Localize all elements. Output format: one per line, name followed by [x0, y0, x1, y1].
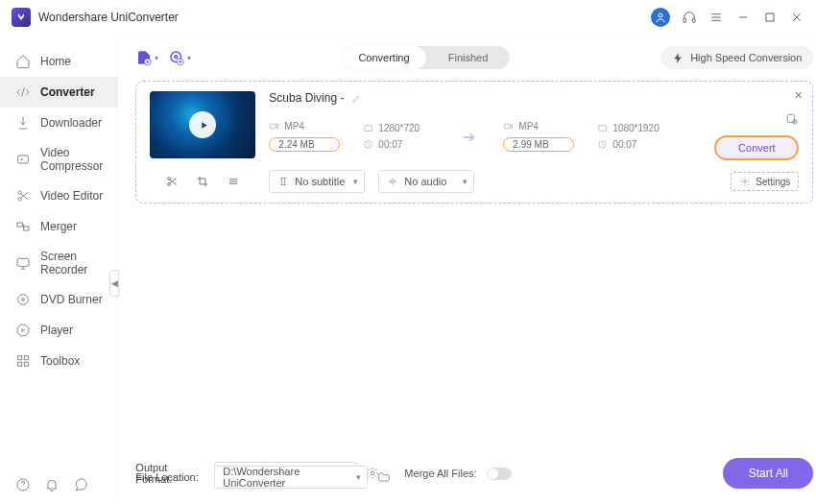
sidebar-item-label: Video Editor: [40, 189, 103, 203]
sidebar: Home Converter Downloader Video Compress…: [0, 35, 118, 504]
sidebar-collapse[interactable]: ◀: [109, 270, 119, 297]
chevron-down-icon: ▾: [187, 54, 191, 62]
folder-icon[interactable]: [377, 470, 391, 484]
user-icon: [653, 10, 668, 25]
close-icon[interactable]: [789, 10, 804, 25]
edit-icon[interactable]: [351, 93, 362, 104]
video-icon: [503, 121, 514, 132]
svg-rect-19: [18, 356, 22, 360]
sidebar-item-compressor[interactable]: Video Compressor: [0, 138, 118, 180]
clock-icon: [363, 139, 373, 150]
settings-button[interactable]: Settings: [731, 172, 799, 191]
compressor-icon: [15, 152, 31, 167]
sidebar-item-player[interactable]: Player: [0, 315, 118, 346]
disc-icon: [15, 292, 31, 307]
add-disc-icon: [168, 49, 185, 66]
add-url-button[interactable]: ▾: [168, 49, 191, 66]
subtitle-select[interactable]: No subtitle: [269, 170, 365, 193]
play-button[interactable]: [189, 111, 216, 138]
chat-icon[interactable]: [73, 477, 88, 492]
source-size: 2.24 MB: [269, 137, 340, 152]
sidebar-item-label: Screen Recorder: [40, 250, 103, 276]
audio-select[interactable]: No audio: [378, 170, 474, 193]
maximize-icon[interactable]: [762, 10, 778, 25]
output-settings-icon[interactable]: [785, 112, 799, 126]
svg-point-41: [744, 180, 747, 183]
svg-point-17: [22, 299, 25, 301]
sidebar-item-screenrecorder[interactable]: Screen Recorder: [0, 242, 118, 284]
svg-rect-15: [17, 258, 29, 266]
target-res: 1080*1920: [612, 123, 659, 133]
trim-icon[interactable]: [165, 175, 179, 188]
home-icon: [15, 54, 31, 69]
file-card: ✕ Scuba Diving - MP4 2.24 MB: [135, 81, 813, 204]
footer: Output Format: Instagram HD 108... Merge…: [135, 448, 813, 494]
card-close[interactable]: ✕: [794, 89, 803, 102]
resolution-icon: [363, 123, 373, 133]
more-icon[interactable]: [227, 175, 240, 188]
tab-finished[interactable]: Finished: [426, 46, 511, 69]
sidebar-item-home[interactable]: Home: [0, 46, 118, 77]
svg-point-16: [18, 295, 29, 305]
add-file-button[interactable]: ▾: [135, 49, 158, 66]
gear-icon: [739, 176, 751, 187]
source-format: MP4: [284, 121, 304, 132]
high-speed-toggle[interactable]: High Speed Conversion: [660, 46, 813, 69]
play-icon: [199, 120, 209, 131]
sidebar-item-merger[interactable]: Merger: [0, 211, 118, 242]
grid-icon: [15, 353, 31, 369]
resolution-icon: [597, 123, 608, 133]
sidebar-item-label: DVD Burner: [40, 293, 103, 306]
sidebar-item-converter[interactable]: Converter: [0, 77, 118, 108]
svg-rect-32: [599, 126, 606, 132]
merger-icon: [15, 219, 31, 234]
svg-point-37: [168, 182, 171, 185]
chevron-down-icon: ▾: [155, 54, 158, 62]
sidebar-item-label: Merger: [40, 220, 77, 233]
file-location-select[interactable]: D:\Wondershare UniConverter: [214, 466, 368, 489]
sidebar-item-dvdburner[interactable]: DVD Burner: [0, 284, 118, 315]
merge-toggle[interactable]: [487, 468, 512, 480]
file-title: Scuba Diving -: [269, 91, 344, 105]
svg-point-11: [18, 191, 21, 194]
menu-icon[interactable]: [708, 10, 724, 25]
video-thumbnail[interactable]: [150, 91, 255, 158]
screen-recorder-icon: [15, 255, 31, 271]
svg-point-26: [175, 56, 178, 59]
sidebar-item-label: Video Compressor: [40, 146, 103, 173]
svg-rect-2: [692, 18, 695, 22]
sidebar-item-toolbox[interactable]: Toolbox: [0, 346, 118, 376]
download-icon: [15, 115, 31, 131]
svg-point-0: [659, 13, 662, 17]
minimize-icon[interactable]: [735, 10, 751, 25]
app-title: Wondershare UniConverter: [38, 11, 651, 24]
target-col-1: MP4 2.99 MB: [503, 121, 574, 152]
tab-converting[interactable]: Converting: [342, 46, 426, 69]
source-res: 1280*720: [378, 123, 420, 133]
avatar[interactable]: [651, 8, 670, 27]
svg-rect-1: [684, 18, 686, 22]
clock-icon: [597, 139, 608, 150]
convert-button[interactable]: Convert: [714, 135, 799, 160]
help-icon[interactable]: [15, 477, 31, 492]
svg-rect-14: [24, 227, 29, 230]
sidebar-item-downloader[interactable]: Downloader: [0, 108, 118, 138]
svg-rect-13: [17, 223, 22, 227]
svg-rect-31: [505, 124, 511, 129]
settings-label: Settings: [756, 177, 790, 187]
content: ▾ ▾ Converting Finished High Speed Conve…: [118, 35, 816, 504]
sidebar-item-editor[interactable]: Video Editor: [0, 180, 118, 211]
audio-value: No audio: [404, 176, 446, 187]
card-bottom: No subtitle No audio Settings: [150, 170, 799, 193]
bell-icon[interactable]: [44, 477, 60, 492]
headset-icon[interactable]: [682, 10, 697, 25]
converter-icon: [15, 84, 31, 100]
play-icon: [15, 323, 31, 338]
target-size: 2.99 MB: [503, 137, 574, 152]
file-location-label: File Location:: [135, 471, 204, 483]
bolt-icon: [672, 52, 684, 64]
start-all-button[interactable]: Start All: [723, 458, 813, 489]
file-location-value: D:\Wondershare UniConverter: [223, 466, 348, 489]
app-logo: [12, 8, 31, 27]
crop-icon[interactable]: [196, 175, 209, 188]
